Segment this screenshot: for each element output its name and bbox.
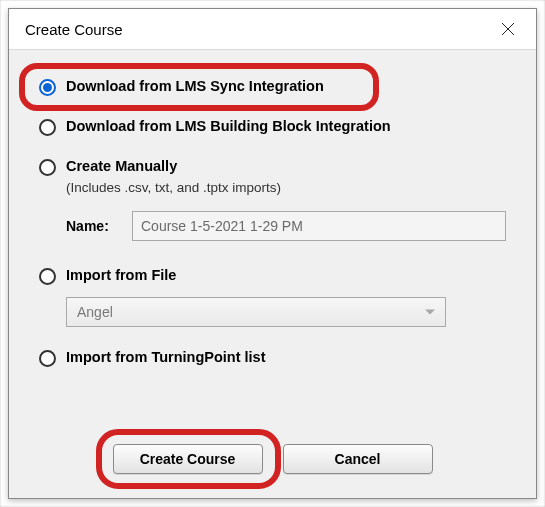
create-course-dialog: Create Course Download from LMS Sync Int… [8, 8, 537, 499]
titlebar: Create Course [9, 9, 536, 49]
name-label: Name: [66, 218, 120, 234]
option-label: Create Manually [66, 158, 506, 174]
radio-import-file[interactable] [39, 268, 56, 285]
option-import-tp-list[interactable]: Import from TurningPoint list [39, 349, 506, 367]
option-label: Download from LMS Sync Integration [66, 78, 324, 94]
dialog-footer: Create Course Cancel [39, 434, 506, 478]
radio-create-manually[interactable] [39, 159, 56, 176]
course-name-value: Course 1-5-2021 1-29 PM [141, 218, 303, 234]
close-icon [501, 22, 515, 36]
option-label: Import from TurningPoint list [66, 349, 266, 365]
option-sublabel: (Includes .csv, txt, and .tptx imports) [66, 180, 506, 195]
chevron-down-icon [425, 310, 435, 315]
radio-lms-sync[interactable] [39, 79, 56, 96]
course-name-input[interactable]: Course 1-5-2021 1-29 PM [132, 211, 506, 241]
close-button[interactable] [492, 13, 524, 45]
option-lms-sync[interactable]: Download from LMS Sync Integration [39, 78, 506, 96]
dropdown-value: Angel [77, 304, 113, 320]
radio-lms-building-block[interactable] [39, 119, 56, 136]
button-label: Create Course [140, 451, 236, 467]
radio-import-tp-list[interactable] [39, 350, 56, 367]
option-label: Import from File [66, 267, 176, 283]
import-file-dropdown[interactable]: Angel [66, 297, 446, 327]
cancel-button[interactable]: Cancel [283, 444, 433, 474]
option-import-from-file[interactable]: Import from File [39, 267, 506, 285]
option-label: Download from LMS Building Block Integra… [66, 118, 391, 134]
dialog-title: Create Course [25, 21, 123, 38]
dialog-body: Download from LMS Sync Integration Downl… [9, 49, 536, 498]
create-course-button[interactable]: Create Course [113, 444, 263, 474]
option-lms-building-block[interactable]: Download from LMS Building Block Integra… [39, 118, 506, 136]
option-create-manually[interactable]: Create Manually (Includes .csv, txt, and… [39, 158, 506, 241]
button-label: Cancel [335, 451, 381, 467]
